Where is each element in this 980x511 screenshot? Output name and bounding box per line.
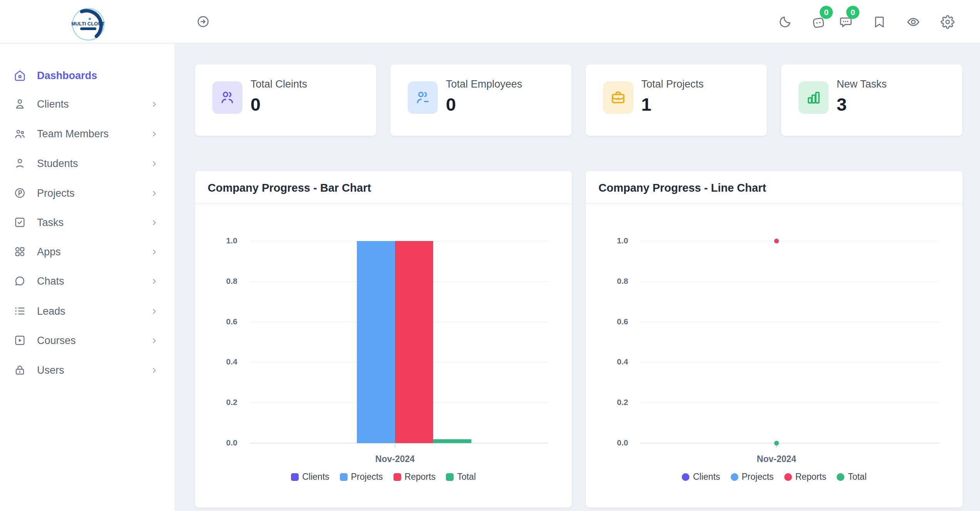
point-total [774, 441, 779, 445]
moon-icon [778, 15, 792, 29]
chevron-right-icon [150, 248, 158, 256]
legend-item-reports[interactable]: Reports [784, 472, 827, 482]
top-header: MULTI CLOUT 0 0 [0, 0, 980, 44]
chat-bubble-icon [14, 275, 26, 287]
sidebar-item-label: Dashboards [37, 64, 97, 87]
stat-card-total-projects: Total Projects 1 [586, 64, 767, 136]
x-axis-label: Nov-2024 [730, 454, 823, 464]
gear-icon [941, 15, 955, 29]
legend-label: Reports [795, 472, 827, 482]
legend-marker-icon [393, 473, 401, 481]
sidebar-item-label: Clients [37, 93, 69, 115]
users-icon [212, 81, 242, 114]
arrow-right-circle-icon [196, 15, 210, 29]
sidebar-item-apps[interactable]: Apps [0, 241, 175, 263]
sidebar-item-tasks[interactable]: Tasks [0, 211, 175, 234]
bar-chart-card: Company Progress - Bar Chart 1.00.80.60.… [195, 171, 572, 508]
message-count-badge: 0 [846, 6, 859, 19]
preview-button[interactable] [906, 15, 920, 29]
stat-label: Total Employees [446, 78, 522, 90]
eye-icon [906, 15, 920, 29]
gridline [640, 281, 939, 282]
sidebar-item-projects[interactable]: Projects [0, 182, 175, 204]
y-axis-tick-label: 0.2 [210, 398, 237, 407]
sidebar-collapse-button[interactable] [196, 15, 210, 29]
sidebar-item-courses[interactable]: Courses [0, 329, 175, 352]
chevron-right-icon [150, 160, 158, 168]
stat-label: New Tasks [837, 78, 887, 90]
bar-reports [395, 241, 433, 443]
legend-item-reports[interactable]: Reports [393, 472, 436, 482]
stat-value: 0 [446, 94, 456, 115]
legend-marker-icon [731, 473, 738, 481]
gridline [640, 443, 939, 444]
gridline [640, 362, 939, 363]
x-axis-tick [395, 444, 395, 448]
stat-value: 3 [837, 94, 847, 115]
stat-card-total-clients: Total Cleints 0 [195, 64, 376, 136]
bookmark-icon [872, 15, 886, 29]
stat-label: Total Projects [641, 78, 704, 90]
legend-label: Total [848, 472, 867, 482]
y-axis-tick-label: 0.8 [601, 277, 628, 286]
lock-icon [14, 364, 26, 376]
bar-total [433, 439, 471, 443]
legend-item-total[interactable]: Total [446, 472, 476, 482]
sidebar-item-students[interactable]: Students [0, 152, 175, 175]
sidebar-item-leads[interactable]: Leads [0, 300, 175, 322]
notification-count-badge: 0 [820, 6, 833, 19]
chevron-right-icon [150, 366, 158, 374]
sidebar-item-team-members[interactable]: Team Members [0, 123, 175, 145]
sidebar-item-label: Courses [37, 329, 76, 352]
legend-label: Reports [405, 472, 436, 482]
chat-notifications-button[interactable]: 0 [812, 15, 826, 29]
home-icon [14, 69, 26, 81]
sidebar-item-users[interactable]: Users [0, 359, 175, 381]
sidebar-item-label: Apps [37, 241, 61, 263]
y-axis-tick-label: 1.0 [601, 236, 628, 245]
legend-label: Clients [302, 472, 329, 482]
legend-item-projects[interactable]: Projects [340, 472, 383, 482]
p-circle-icon [14, 187, 26, 199]
sidebar: Dashboards Clients Team Members St [0, 0, 175, 511]
sidebar-item-dashboards[interactable]: Dashboards [0, 64, 175, 87]
y-axis-tick-label: 0.8 [210, 277, 237, 286]
legend-item-projects[interactable]: Projects [731, 472, 774, 482]
multiclout-logo[interactable]: MULTI CLOUT [72, 8, 105, 41]
messages-button[interactable]: 0 [839, 15, 852, 29]
y-axis-tick-label: 0.0 [210, 438, 237, 447]
legend-marker-icon [446, 473, 454, 481]
legend-label: Total [457, 472, 476, 482]
dark-mode-toggle[interactable] [778, 15, 792, 29]
bar-chart-canvas: 1.00.80.60.40.20.0Nov-2024ClientsProject… [195, 171, 572, 508]
sidebar-item-label: Leads [37, 300, 66, 322]
legend-item-clients[interactable]: Clients [682, 472, 720, 482]
y-axis-tick-label: 0.4 [601, 357, 628, 366]
gridline [640, 322, 939, 322]
chevron-right-icon [150, 307, 158, 315]
dashboard-page: Dashboards Clients Team Members St [0, 0, 980, 511]
sidebar-item-label: Team Members [37, 123, 109, 145]
chevron-right-icon [150, 337, 158, 345]
legend-marker-icon [837, 473, 844, 481]
legend-item-clients[interactable]: Clients [291, 472, 329, 482]
user-minus-icon [408, 81, 438, 114]
chevron-right-icon [150, 100, 158, 108]
chart-legend: ClientsProjectsReportsTotal [586, 472, 963, 482]
user-icon [14, 98, 26, 110]
y-axis-tick-label: 1.0 [210, 236, 237, 245]
play-square-icon [14, 334, 26, 346]
check-square-icon [14, 216, 26, 228]
y-axis-tick-label: 0.6 [601, 317, 628, 326]
bookmarks-button[interactable] [872, 15, 886, 29]
legend-item-total[interactable]: Total [837, 472, 867, 482]
chevron-right-icon [150, 130, 158, 138]
legend-marker-icon [340, 473, 348, 481]
sidebar-item-clients[interactable]: Clients [0, 93, 175, 115]
sidebar-item-label: Chats [37, 270, 64, 292]
student-icon [14, 157, 26, 169]
stat-card-new-tasks: New Tasks 3 [781, 64, 962, 136]
sidebar-item-label: Students [37, 152, 78, 175]
sidebar-item-chats[interactable]: Chats [0, 270, 175, 292]
settings-button[interactable] [941, 15, 955, 29]
